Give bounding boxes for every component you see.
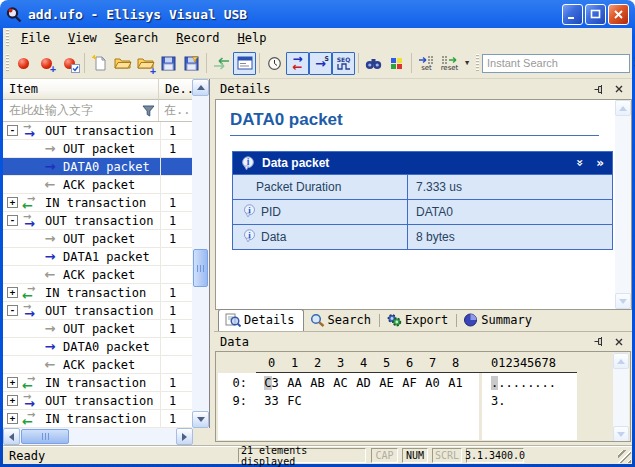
- tree-row[interactable]: ←ACK packet: [3, 176, 193, 194]
- menu-item-record[interactable]: Record: [167, 29, 228, 47]
- column-header-detail[interactable]: De..: [159, 79, 193, 100]
- data-vertical-scrollbar[interactable]: [613, 353, 629, 442]
- hex-byte[interactable]: A0: [421, 376, 444, 390]
- tree-row[interactable]: →OUT packet1: [3, 230, 193, 248]
- tree-row[interactable]: +→←IN transaction1: [3, 284, 193, 302]
- search-toolbar-grip[interactable]: [476, 54, 479, 72]
- filter-dropdown-button[interactable]: ▼: [461, 52, 473, 75]
- expander-icon[interactable]: +: [7, 395, 18, 406]
- tree-row[interactable]: →DATA0 packet: [3, 338, 193, 356]
- open-add-button[interactable]: +: [134, 52, 157, 75]
- scroll-up-button[interactable]: [615, 100, 631, 116]
- show-split-transactions-button[interactable]: →s: [309, 52, 332, 75]
- menu-item-view[interactable]: View: [59, 29, 106, 47]
- tree-row[interactable]: →DATA0 packet: [3, 158, 193, 176]
- collapse-icon[interactable]: »: [573, 159, 587, 167]
- maximize-button[interactable]: [585, 4, 606, 25]
- tree-vertical-scrollbar[interactable]: [192, 79, 209, 428]
- tree-row[interactable]: ←ACK packet: [3, 266, 193, 284]
- scrollbar-thumb[interactable]: [193, 249, 208, 287]
- filter-set-button[interactable]: set: [415, 52, 438, 75]
- navigate-back-button[interactable]: [210, 52, 233, 75]
- menu-item-search[interactable]: Search: [106, 29, 167, 47]
- info-table-row[interactable]: iData8 bytes: [233, 224, 612, 249]
- close-button[interactable]: [608, 4, 629, 25]
- resize-grip[interactable]: [618, 450, 631, 463]
- detail-filter-input[interactable]: 在...: [159, 100, 193, 121]
- scroll-left-button[interactable]: [3, 428, 20, 445]
- tree-row[interactable]: +→←IN transaction1: [3, 410, 193, 428]
- info-table-header[interactable]: i Data packet » »: [233, 152, 612, 174]
- tree-row[interactable]: +→→OUT transaction1: [3, 392, 193, 410]
- column-header-item[interactable]: Item: [3, 79, 159, 100]
- hex-byte[interactable]: AD: [352, 376, 375, 390]
- minimize-button[interactable]: [562, 4, 583, 25]
- filter-funnel-icon[interactable]: [142, 105, 155, 117]
- tree-row[interactable]: ←ACK packet: [3, 356, 193, 374]
- data-close-button[interactable]: [611, 335, 626, 349]
- tree-horizontal-scrollbar[interactable]: [3, 428, 193, 445]
- tree-row[interactable]: -→→OUT transaction1: [3, 122, 193, 140]
- tab-details[interactable]: Details: [218, 309, 304, 331]
- tree-row[interactable]: →DATA1 packet: [3, 248, 193, 266]
- hex-byte[interactable]: AC: [329, 376, 352, 390]
- save-filtered-button[interactable]: [180, 52, 203, 75]
- item-filter-input[interactable]: 在此处输入文字: [3, 100, 159, 121]
- tree-row[interactable]: +→←IN transaction1: [3, 374, 193, 392]
- details-vertical-scrollbar[interactable]: [615, 100, 631, 309]
- details-close-button[interactable]: [611, 82, 626, 96]
- pin-button[interactable]: [592, 82, 607, 96]
- ascii-text[interactable]: .........: [491, 374, 556, 392]
- expander-icon[interactable]: -: [7, 215, 18, 226]
- hex-byte[interactable]: AE: [375, 376, 398, 390]
- info-table-row[interactable]: Packet Duration7.333 us: [233, 174, 612, 199]
- record-options-button[interactable]: [58, 52, 81, 75]
- scroll-right-button[interactable]: [176, 428, 193, 445]
- hex-byte[interactable]: AB: [306, 376, 329, 390]
- record-new-button[interactable]: +: [35, 52, 58, 75]
- hex-byte[interactable]: AA: [283, 376, 306, 390]
- tree-row[interactable]: -→→OUT transaction1: [3, 212, 193, 230]
- tree-row[interactable]: +→←IN transaction1: [3, 194, 193, 212]
- tab-search[interactable]: Search: [304, 310, 379, 331]
- expand-icon[interactable]: »: [596, 156, 604, 170]
- hex-byte[interactable]: A1: [444, 376, 467, 390]
- show-sequencer-button[interactable]: SEQ: [332, 52, 355, 75]
- expander-icon[interactable]: -: [7, 305, 18, 316]
- record-button[interactable]: [12, 52, 35, 75]
- new-file-button[interactable]: [88, 52, 111, 75]
- hex-byte[interactable]: FC: [283, 394, 306, 408]
- save-button[interactable]: [157, 52, 180, 75]
- hex-byte[interactable]: C3: [260, 376, 283, 390]
- timing-button[interactable]: [263, 52, 286, 75]
- filter-reset-button[interactable]: reset: [438, 52, 461, 75]
- scroll-up-button[interactable]: [192, 79, 209, 96]
- menu-item-file[interactable]: File: [12, 29, 59, 47]
- menu-item-help[interactable]: Help: [229, 29, 276, 47]
- find-button[interactable]: [362, 52, 385, 75]
- toggle-details-view-button[interactable]: [233, 52, 256, 75]
- expander-icon[interactable]: +: [7, 413, 18, 424]
- expander-icon[interactable]: -: [7, 125, 18, 136]
- tree-row[interactable]: -→→OUT transaction1: [3, 302, 193, 320]
- hex-byte[interactable]: AF: [398, 376, 421, 390]
- display-colors-button[interactable]: [385, 52, 408, 75]
- scroll-up-button[interactable]: [613, 353, 629, 369]
- instant-search-input[interactable]: [482, 54, 630, 73]
- tree-row[interactable]: →OUT packet1: [3, 320, 193, 338]
- expander-icon[interactable]: +: [7, 377, 18, 388]
- info-table-row[interactable]: iPIDDATA0: [233, 199, 612, 224]
- toolbar-grip[interactable]: [6, 54, 9, 72]
- tree-row[interactable]: →OUT packet1: [3, 140, 193, 158]
- tab-export[interactable]: Export: [380, 310, 456, 331]
- scroll-down-button[interactable]: [613, 426, 629, 442]
- hex-byte[interactable]: 33: [260, 394, 283, 408]
- open-file-button[interactable]: [111, 52, 134, 75]
- pin-button[interactable]: [592, 335, 607, 349]
- tab-summary[interactable]: Summary: [457, 310, 540, 331]
- ascii-text[interactable]: 3.: [491, 392, 505, 410]
- scroll-down-button[interactable]: [615, 293, 631, 309]
- scroll-down-button[interactable]: [192, 411, 209, 428]
- menubar-grip[interactable]: [6, 29, 9, 47]
- expander-icon[interactable]: +: [7, 197, 18, 208]
